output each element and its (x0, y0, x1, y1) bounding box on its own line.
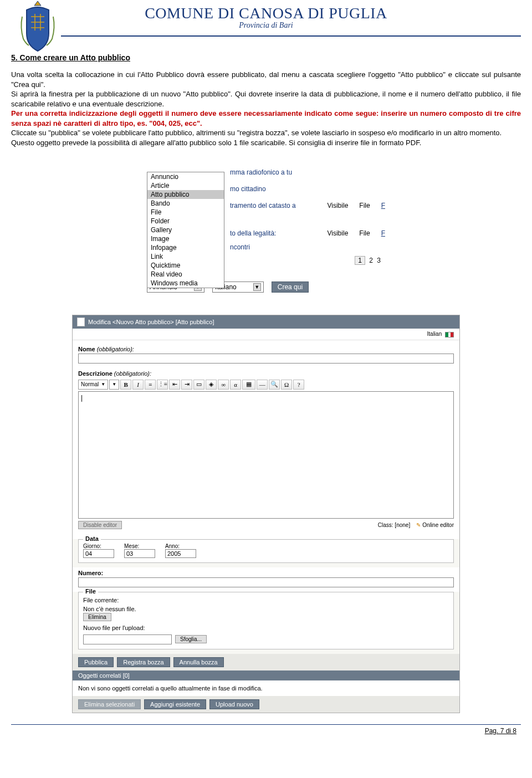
chevron-down-icon: ▼ (253, 283, 261, 291)
paragraph-4: Cliccate su "pubblica" se volete pubblic… (11, 128, 521, 138)
screenshot-dropdown-menu: Annuncio Article Atto pubblico Bando Fil… (147, 164, 385, 293)
number-input[interactable] (78, 577, 454, 587)
dd-item-article[interactable]: Article (147, 181, 224, 190)
city-crest-icon (16, 0, 60, 53)
related-actions: Elimina selezionati Aggiungi esistente U… (73, 696, 459, 713)
delete-file-button[interactable]: Elimina (83, 613, 111, 621)
table-button[interactable]: ▦ (242, 380, 255, 390)
name-label: Nome (obbligatorio): (78, 344, 454, 354)
header-subtitle: Provincia di Bari (11, 21, 521, 30)
bullets-button[interactable]: ≡ (145, 380, 156, 390)
chevron-down-icon: ▼ (112, 382, 116, 387)
upload-label: Nuovo file per l'upload: (83, 623, 449, 632)
disable-editor-button[interactable]: Disable editor (78, 521, 122, 529)
day-input[interactable] (83, 549, 114, 558)
dd-item-link[interactable]: Link (147, 252, 224, 261)
language-indicator: Italian (73, 329, 459, 340)
object-button[interactable]: ◈ (206, 380, 217, 390)
dd-item-annuncio[interactable]: Annuncio (147, 172, 224, 181)
add-existing-button[interactable]: Aggiungi esistente (144, 699, 206, 709)
find-button[interactable]: 🔍 (269, 380, 280, 390)
language-label: Italian (427, 331, 442, 337)
page-1[interactable]: 1 (355, 256, 365, 265)
month-input[interactable] (124, 549, 155, 558)
col-action[interactable]: F (381, 202, 385, 209)
bold-button[interactable]: B (120, 380, 131, 390)
dd-item-realvideo[interactable]: Real video (147, 270, 224, 279)
year-input[interactable] (165, 549, 196, 558)
object-type-dropdown-open[interactable]: Annuncio Article Atto pubblico Bando Fil… (147, 172, 224, 288)
day-label: Giorno: (83, 543, 114, 549)
related-titlebar: Oggetti correlati [0] (73, 670, 459, 680)
editor-footer: Disable editor Class: [none] Online edit… (78, 519, 454, 534)
dd-item-atto-pubblico[interactable]: Atto pubblico (147, 190, 224, 199)
upload-path-input[interactable] (83, 634, 172, 644)
outdent-button[interactable]: ⇤ (169, 380, 180, 390)
create-here-button[interactable]: Crea qui (272, 281, 309, 293)
document-icon (77, 318, 85, 326)
col-visibility: Visibile (328, 202, 360, 209)
form-titlebar: Modifica <Nuovo Atto pubblico> [Atto pub… (73, 315, 459, 329)
chevron-down-icon: ▼ (101, 382, 105, 387)
screenshot-edit-form: Modifica <Nuovo Atto pubblico> [Atto pub… (72, 315, 460, 713)
section-heading: 5. Come creare un Atto pubblico (11, 53, 521, 62)
col-visibility: Visibile (328, 229, 360, 237)
style-select[interactable]: Normal▼ (78, 380, 108, 390)
year-label: Anno: (165, 543, 196, 549)
help-button[interactable]: ? (293, 380, 304, 390)
document-body: 5. Come creare un Atto pubblico Una volt… (0, 37, 532, 153)
numbers-button[interactable]: ⋮≡ (157, 380, 168, 390)
hr-button[interactable]: — (257, 380, 268, 390)
dd-item-windowsmedia[interactable]: Windows media (147, 279, 224, 288)
dd-item-quicktime[interactable]: Quicktime (147, 261, 224, 270)
dd-item-image[interactable]: Image (147, 234, 224, 243)
related-body: Non vi sono oggetti correlati a quello a… (73, 680, 459, 696)
class-label: Class: [none] (378, 522, 410, 528)
form-actions: Pubblica Registra bozza Annulla bozza (73, 654, 459, 670)
description-editor[interactable]: | (78, 391, 454, 519)
anchor-button[interactable]: α (230, 380, 241, 390)
file-legend: File (83, 588, 98, 595)
editor-toolbar: Normal▼ ▼ B I ≡ ⋮≡ ⇤ ⇥ ▭ ◈ ∞ α ▦ — 🔍 Ω ? (78, 378, 454, 391)
dd-item-file[interactable]: File (147, 208, 224, 217)
no-file-text: Non c'è nessun file. (83, 605, 449, 613)
flag-italy-icon (445, 332, 454, 337)
link-button[interactable]: ∞ (218, 380, 229, 390)
current-file-label: File corrente: (83, 596, 449, 605)
dd-item-bando[interactable]: Bando (147, 199, 224, 208)
paragraph-5: Questo oggetto prevede la possibilità di… (11, 138, 521, 148)
size-select[interactable]: ▼ (109, 380, 119, 390)
paragraph-3-warning: Per una corretta indicizzazione degli og… (11, 109, 521, 128)
page-number: Pag. 7 di 8 (0, 725, 532, 740)
image-button[interactable]: ▭ (193, 380, 204, 390)
month-label: Mese: (124, 543, 155, 549)
description-label: Descrizione (obbligatorio): (78, 368, 454, 378)
name-input[interactable] (78, 354, 454, 364)
delete-selected-button[interactable]: Elimina selezionati (78, 699, 141, 709)
upload-new-button[interactable]: Upload nuovo (209, 699, 259, 709)
publish-button[interactable]: Pubblica (78, 657, 114, 667)
date-fieldset: Data Giorno: Mese: Anno: (78, 539, 454, 563)
dd-item-infopage[interactable]: Infopage (147, 243, 224, 252)
col-action[interactable]: F (381, 229, 385, 237)
number-label: Numero: (78, 567, 454, 577)
italic-button[interactable]: I (132, 380, 144, 390)
col-file: File (359, 202, 381, 209)
page-header: COMUNE DI CANOSA DI PUGLIA Provincia di … (0, 0, 532, 32)
file-fieldset: File File corrente: Non c'è nessun file.… (78, 592, 454, 649)
page-2[interactable]: 2 (369, 257, 373, 264)
paragraph-2: Si aprirà la finestra per la pubblicazio… (11, 89, 521, 109)
col-file: File (359, 229, 381, 237)
form-title: Modifica <Nuovo Atto pubblico> [Atto pub… (88, 319, 214, 325)
save-draft-button[interactable]: Registra bozza (117, 657, 170, 667)
online-editor-label[interactable]: Online editor (416, 522, 454, 528)
dd-item-folder[interactable]: Folder (147, 217, 224, 226)
cancel-draft-button[interactable]: Annulla bozza (173, 657, 224, 667)
header-title: COMUNE DI CANOSA DI PUGLIA (11, 4, 521, 22)
special-button[interactable]: Ω (281, 380, 292, 390)
date-legend: Data (83, 535, 101, 542)
indent-button[interactable]: ⇥ (181, 380, 192, 390)
page-3[interactable]: 3 (377, 257, 381, 264)
dd-item-gallery[interactable]: Gallery (147, 226, 224, 234)
browse-button[interactable]: Sfoglia... (175, 635, 207, 643)
